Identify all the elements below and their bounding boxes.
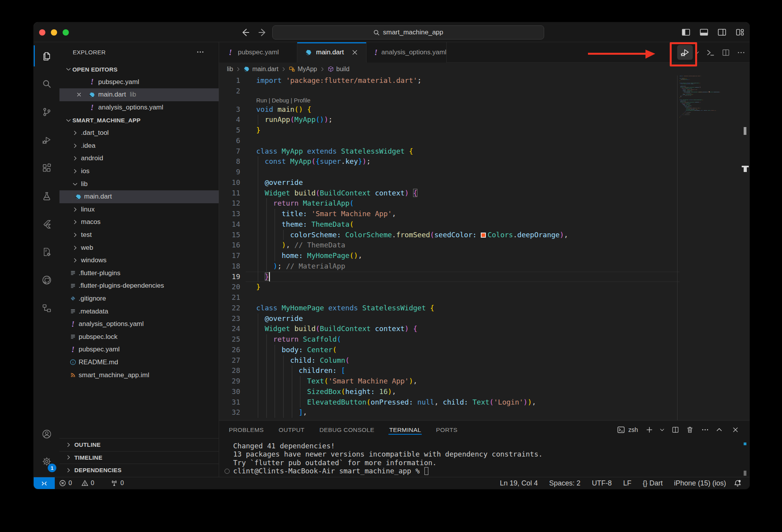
tree-item-README.md[interactable]: README.md [59, 356, 219, 369]
activity-bar-settings[interactable]: 1 [34, 447, 59, 475]
breadcrumb-main.dart[interactable]: main.dart [243, 66, 279, 73]
panel-tab-terminal[interactable]: TERMINAL [389, 421, 421, 439]
panel-tab-ports[interactable]: PORTS [436, 421, 457, 439]
activity-bar-github[interactable] [34, 266, 59, 294]
nav-forward-icon[interactable] [257, 27, 268, 38]
activity-bar-flutter[interactable] [34, 210, 59, 238]
traffic-zoom-button[interactable] [63, 29, 69, 36]
activity-bar-accounts[interactable] [34, 420, 59, 448]
terminal-icon[interactable] [617, 425, 626, 434]
shell-label[interactable]: zsh [628, 426, 638, 433]
traffic-minimize-button[interactable] [51, 29, 57, 36]
tree-folder-macos[interactable]: macos [59, 216, 219, 229]
tree-folder-test[interactable]: test [59, 229, 219, 242]
codelens-run-debug-profile[interactable]: Run | Debug | Profile [219, 97, 750, 104]
tree-item-analysis_options.yaml[interactable]: !analysis_options.yaml [59, 318, 219, 331]
remote-indicator[interactable] [34, 477, 55, 489]
terminal-output[interactable]: Changed 41 dependencies!13 packages have… [233, 442, 543, 475]
panel-more-actions-icon[interactable] [701, 425, 709, 434]
activity-bar-extensions[interactable] [34, 154, 59, 182]
ports-count[interactable]: 0 [120, 480, 124, 487]
tree-item-pubspec.yaml[interactable]: !pubspec.yaml [59, 76, 219, 89]
minimap[interactable]: import 'package:flutter/material.dart';v… [680, 75, 741, 271]
section-header-outline[interactable]: OUTLINE [59, 438, 219, 451]
tree-item-gitignore[interactable]: .gitignore [59, 292, 219, 305]
split-terminal-icon[interactable] [671, 425, 680, 434]
tree-item-pubspec.yaml[interactable]: !pubspec.yaml [59, 343, 219, 356]
tree-item-main.dart[interactable]: main.dartlib [59, 88, 219, 101]
layout-customize-icon[interactable] [735, 27, 745, 37]
tree-item-smart_machine_app.iml[interactable]: smart_machine_app.iml [59, 369, 219, 382]
tab-analysis_options.yaml[interactable]: !analysis_options.yaml [367, 42, 447, 63]
section-header-dependencies[interactable]: DEPENDENCIES [59, 464, 219, 476]
breadcrumb-MyApp[interactable]: MyApp [289, 66, 317, 73]
panel-tab-debug-console[interactable]: DEBUG CONSOLE [319, 421, 374, 439]
command-center-search[interactable]: smart_machine_app [272, 25, 544, 39]
tree-folder-windows[interactable]: windows [59, 254, 219, 267]
panel-tab-problems[interactable]: PROBLEMS [229, 421, 264, 439]
layout-sidebar-right-icon[interactable] [717, 27, 727, 37]
section-header-open-editors[interactable]: OPEN EDITORS [59, 63, 219, 76]
kill-terminal-icon[interactable] [686, 425, 694, 434]
views-more-actions-icon[interactable] [196, 48, 205, 56]
tree-folder-ios[interactable]: ios [59, 165, 219, 178]
notifications-bell-icon[interactable] [733, 479, 742, 487]
tree-folder-web[interactable]: web [59, 241, 219, 254]
breadcrumb-lib[interactable]: lib [227, 66, 233, 73]
tree-item-main.dart[interactable]: main.dart [59, 190, 219, 203]
close-editor-icon[interactable] [76, 91, 82, 98]
tree-item-pubspec.lock[interactable]: pubspec.lock [59, 330, 219, 343]
section-header-smart-machine-app[interactable]: SMART_MACHINE_APP [59, 114, 219, 127]
status-iphone-15-ios[interactable]: iPhone (15) (ios) [674, 479, 726, 487]
layout-panel-icon[interactable] [699, 27, 709, 37]
maximize-panel-icon[interactable] [715, 425, 723, 434]
editor-more-actions-icon[interactable] [737, 48, 746, 57]
errors-count[interactable]: 0 [68, 480, 72, 487]
status-ln-19-col-4[interactable]: Ln 19, Col 4 [500, 479, 538, 487]
errors-icon[interactable] [59, 480, 66, 487]
status-lf[interactable]: LF [623, 479, 631, 487]
status-dart[interactable]: {} Dart [643, 479, 663, 487]
annotation-arrow [588, 48, 655, 60]
activity-bar-source-control[interactable] [34, 98, 59, 126]
activity-bar-dart-tools[interactable] [34, 238, 59, 266]
status-spaces-2[interactable]: Spaces: 2 [549, 479, 581, 487]
new-terminal-icon[interactable] [645, 425, 654, 434]
close-panel-icon[interactable] [732, 425, 739, 434]
activity-bar-testing[interactable] [34, 182, 59, 210]
warnings-count[interactable]: 0 [91, 480, 94, 487]
nav-back-icon[interactable] [240, 27, 250, 38]
color-swatch-deep-orange[interactable] [481, 233, 486, 238]
tree-folder-dart_tool[interactable]: .dart_tool [59, 127, 219, 140]
code-editor[interactable]: 1import 'package:flutter/material.dart';… [219, 75, 750, 420]
activity-bar-remote-explorer[interactable] [34, 294, 59, 322]
tree-item-metadata[interactable]: .metadata [59, 305, 219, 318]
activity-bar-search[interactable] [34, 70, 59, 98]
terminal-line-3: Try `flutter pub outdated` for more info… [233, 459, 543, 467]
breadcrumb-build[interactable]: build [327, 66, 350, 73]
status-utf-8[interactable]: UTF-8 [592, 479, 612, 487]
ports-icon[interactable] [111, 480, 118, 487]
close-tab-icon[interactable] [351, 48, 359, 56]
tree-item-flutter-plugins[interactable]: .flutter-plugins [59, 267, 219, 280]
section-header-timeline[interactable]: TIMELINE [59, 451, 219, 464]
tree-folder-idea[interactable]: .idea [59, 140, 219, 152]
tab-main.dart[interactable]: main.dart [297, 42, 367, 63]
activity-bar-explorer[interactable] [34, 42, 59, 70]
tree-folder-linux[interactable]: linux [59, 203, 219, 216]
terminal-scrollbar[interactable] [744, 471, 746, 476]
traffic-close-button[interactable] [39, 29, 45, 36]
warnings-icon[interactable] [81, 480, 88, 487]
tree-folder-lib[interactable]: lib [59, 177, 219, 190]
tree-item-analysis_options.yaml[interactable]: !analysis_options.yaml [59, 101, 219, 114]
panel-tab-output[interactable]: OUTPUT [279, 421, 304, 439]
open-terminal-icon[interactable] [706, 48, 715, 57]
terminal-command-decoration[interactable] [225, 469, 230, 474]
terminal-dropdown-icon[interactable] [659, 425, 665, 434]
layout-sidebar-left-icon[interactable] [681, 27, 691, 37]
split-editor-icon[interactable] [721, 48, 730, 57]
tab-pubspec.yaml[interactable]: !pubspec.yaml [219, 42, 297, 63]
activity-bar-run-and-debug[interactable] [34, 126, 59, 154]
tree-item-flutter-plugins-dependencies[interactable]: .flutter-plugins-dependencies [59, 279, 219, 292]
tree-folder-android[interactable]: android [59, 152, 219, 165]
